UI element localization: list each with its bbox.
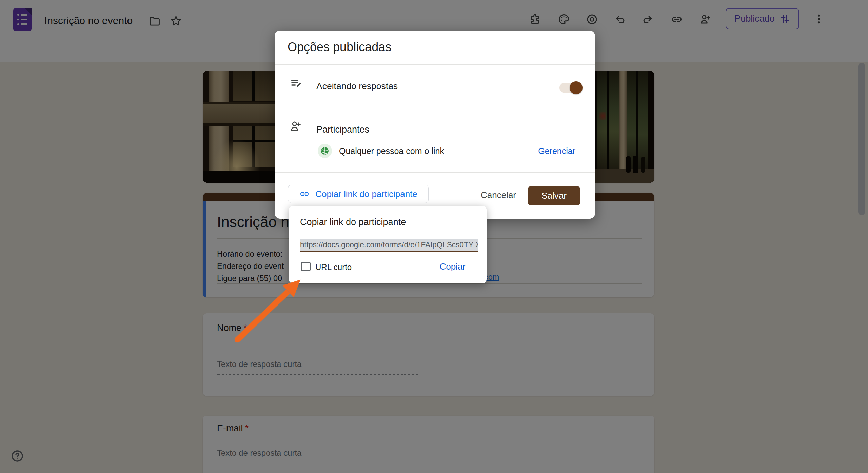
published-options-dialog: Opções publicadas Aceitando respostas Pa… <box>275 31 595 219</box>
edit-note-icon <box>290 77 303 90</box>
google-forms-editor: Inscrição no evento <box>0 0 868 473</box>
manage-link[interactable]: Gerenciar <box>538 146 575 156</box>
save-button[interactable]: Salvar <box>528 186 580 205</box>
cancel-button[interactable]: Cancelar <box>475 186 522 203</box>
responder-url-field[interactable]: https://docs.google.com/forms/d/e/1FAIpQ… <box>300 239 478 251</box>
anyone-with-link-chip <box>318 144 332 158</box>
toggle-thumb <box>570 81 583 94</box>
copy-responder-link-button[interactable]: Copiar link do participante <box>288 185 429 203</box>
copy-responder-link-label: Copiar link do participante <box>315 189 417 199</box>
copy-link-popup: Copiar link do participante https://docs… <box>289 206 487 283</box>
globe-icon <box>320 146 329 155</box>
url-field-underline <box>300 251 478 252</box>
accepting-responses-label: Aceitando respostas <box>316 80 398 92</box>
short-url-checkbox[interactable] <box>301 262 311 271</box>
person-add-icon <box>289 119 302 133</box>
dialog-title: Opções publicadas <box>288 40 391 54</box>
divider <box>275 172 595 173</box>
short-url-label[interactable]: URL curto <box>315 262 352 272</box>
access-level-label: Qualquer pessoa com o link <box>339 146 444 156</box>
popup-title: Copiar link do participante <box>300 217 406 228</box>
participants-heading: Participantes <box>316 123 369 136</box>
accepting-responses-toggle[interactable] <box>559 83 578 93</box>
link-icon <box>299 189 310 199</box>
divider <box>275 64 595 65</box>
copy-button[interactable]: Copiar <box>439 261 466 272</box>
